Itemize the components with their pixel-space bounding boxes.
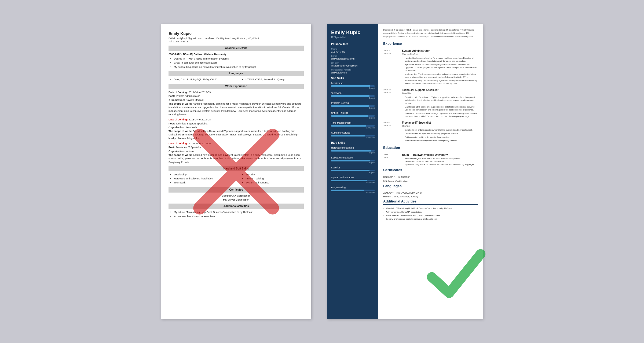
work2-org: Organization: Zero Web (169, 126, 304, 129)
linkedin-label: LinkedIn (331, 62, 375, 64)
skill-1: Leadership (174, 173, 232, 176)
certs-section: CompTIA A+ Certification MS Server Certi… (169, 194, 304, 202)
experience-header-r: Experience (383, 41, 478, 47)
skill-4: Security (246, 173, 304, 176)
exp-entry-1: 2013-07 - 2014-08 Technical Support Spec… (383, 88, 478, 118)
exp-bullets-1: Provided Help Desk-based IT phone suppor… (402, 96, 478, 118)
exp-dates-0: 2014-10 - 2017-09 (383, 49, 399, 86)
portfolio-value: emilykupic.com (331, 71, 375, 74)
skills-col-left: Leadership Hardware and software install… (169, 173, 232, 185)
exp-details-1: Technical Support Specialist Zero Web Pr… (402, 88, 478, 118)
soft-skill-name-1: Teamwork (331, 92, 375, 94)
exp-bullet: Provided Help Desk-based IT phone suppor… (405, 96, 478, 105)
personal-info-header: Personal Info (331, 43, 375, 46)
hard-skill-bar-fill-0 (331, 150, 371, 152)
hard-skill-name-1: Software Installation (331, 156, 375, 159)
edu-bullet-2: Great in computer science coursework (174, 61, 304, 64)
skills-col-right: Security Problem solving System maintena… (240, 173, 304, 185)
lang-r-1: Java, C++, PHP, MySQL, Ruby, C#, C (383, 191, 478, 195)
work-entry-1: Date of Joining: 2014-10 to 2017-09 Post… (169, 90, 304, 116)
edu-details-1: BS in IT, Baldwin Wallace University Rec… (402, 153, 474, 166)
hard-skill-bar-bg-2 (331, 170, 375, 171)
hard-skill-item-4: Programming Advanced (331, 186, 375, 193)
soft-skill-level-1: Expert (331, 97, 375, 99)
left-resume: Emily Kupic E-Mail: emilykupic@gmail.com… (161, 24, 311, 319)
exp-bullet: Built an online t-shirt ordering site fr… (405, 136, 473, 139)
skill-3: Teamwork (174, 181, 232, 184)
edu-entry-1: 2008 - 2012 BS in IT, Baldwin Wallace Un… (383, 153, 478, 166)
soft-skill-bar-bg-4 (331, 125, 375, 127)
soft-skill-bar-bg-3 (331, 115, 375, 117)
hard-skill-level-1: Expert (331, 162, 375, 164)
work1-org: Organization: Kovisto Medical (169, 98, 304, 102)
languages-grid: Java, C++, PHP, MySQL, Ruby, C#, C HTML5… (169, 78, 304, 82)
lang-col-2: HTML5, CSS3, Javascript, JQuery (240, 78, 304, 82)
act-r-1: My article, "Maximizing Help Desk Succes… (386, 207, 478, 210)
work2-date: Date of Joining: 2013-07 to 2014-08 (169, 118, 304, 121)
exp-dates-2: 2012-06 - 2013-06 (383, 121, 399, 143)
lang-1: Java, C++, PHP, MySQL, Ruby, C#, C (174, 78, 232, 81)
soft-skill-bar-fill-5 (331, 135, 365, 137)
act-r-3: My IT Podcast "Technical or Bust," has 1… (386, 214, 478, 217)
job-title-0: System Administrator (402, 49, 478, 53)
certs-header-r: Certificates (383, 168, 478, 173)
edu-date: 2008-2012 - (169, 53, 182, 56)
exp-details-2: Freelance IT Specialist Various Installe… (402, 121, 473, 143)
activities-list-left: My article, "Maximizing Help Desk Succes… (169, 210, 304, 218)
skills-columns: Leadership Hardware and software install… (169, 173, 304, 185)
hard-skill-name-2: Security (331, 166, 375, 169)
hard-skill-bar-fill-3 (331, 180, 367, 181)
company-2: Various (402, 125, 473, 128)
activities-list-r: My article, "Maximizing Help Desk Succes… (383, 207, 478, 220)
certs-list-r: CompTIA A+ Certification MS Server Certi… (383, 175, 478, 183)
hard-skill-bar-bg-3 (331, 180, 375, 181)
exp-bullets-0: Handled technology planning for a major … (402, 57, 478, 85)
soft-skill-level-5: Advanced (331, 137, 375, 139)
right-sidebar: Emily Kupic IT Specialist Personal Info … (327, 24, 378, 319)
edu-bullet-r-3: My school blog article on network archit… (405, 163, 474, 166)
email-label-r: E-mail (331, 55, 375, 57)
exp-bullet: Became a trusted resource through high-l… (405, 112, 478, 118)
work-entry-2: Date of Joining: 2013-07 to 2014-08 Post… (169, 118, 304, 140)
soft-skill-bar-bg-2 (331, 105, 375, 107)
soft-skill-bar-bg-0 (331, 85, 375, 87)
hard-skills-bars: Hardware Installation Expert Software In… (331, 146, 375, 193)
hard-skill-level-3: Advanced (331, 182, 375, 183)
email-value: emilykupic@gmail.com (177, 37, 202, 40)
exp-bullet: Handled technology planning for a major … (405, 57, 478, 62)
edu-degree-r: BS in IT, Baldwin Wallace University (402, 153, 474, 157)
exp-bullet: Built a home security system from 4 Rasp… (405, 139, 473, 142)
hard-skill-name-4: Programming (331, 186, 375, 189)
right-name: Emily Kupic (331, 29, 375, 36)
work3-date: Date of Joining: 2012-06 to 2013-06 (169, 142, 304, 145)
skills-header: Hard and Soft Skills (169, 166, 304, 171)
hard-skill-item-0: Hardware Installation Expert (331, 146, 375, 154)
edu-bullet-3: My school blog article on network archit… (174, 65, 304, 69)
left-name: Emily Kupic (169, 31, 304, 36)
exp-details-0: System Administrator Kovisto Medical Han… (402, 49, 478, 86)
edu-dates-1: 2008 - 2012 (383, 153, 399, 166)
act-r-2: Active member, CompTIA association. (386, 211, 478, 213)
lang-col-1: Java, C++, PHP, MySQL, Ruby, C#, C (169, 78, 232, 82)
exp-bullet: Spearheaded the successful companywide t… (405, 63, 478, 72)
soft-skill-bar-fill-0 (331, 85, 370, 87)
experience-list: 2014-10 - 2017-09 System Administrator K… (383, 49, 478, 143)
academic-header: Academic Details (169, 46, 304, 51)
soft-skill-level-3: Expert (331, 117, 375, 119)
right-content: Dedicated IT Specialist with 5+ years ex… (378, 24, 483, 319)
summary-text: Dedicated IT Specialist with 5+ years ex… (383, 28, 478, 38)
exp-dates-1: 2013-07 - 2014-08 (383, 88, 399, 118)
work-header: Work Experience (169, 84, 304, 89)
soft-skill-item-2: Problem Solving Expert (331, 102, 375, 109)
soft-skill-name-4: Time Management (331, 121, 375, 124)
exp-entry-0: 2014-10 - 2017-09 System Administrator K… (383, 49, 478, 86)
hard-skill-level-2: Expert (331, 172, 375, 174)
work1-post: Post: System Administrator (169, 94, 304, 98)
exp-bullet: Maintained 15% above average customer sa… (405, 105, 478, 111)
work1-scope: The scope of work: Handled technology pl… (169, 102, 304, 116)
exp-entry-2: 2012-06 - 2013-06 Freelance IT Specialis… (383, 121, 478, 143)
left-tel: Tel: 216-774-3373 (169, 40, 304, 43)
edu-bullet-r-1: Received Degree in IT with a focus in In… (405, 157, 474, 160)
company-0: Kovisto Medical (402, 53, 478, 56)
hard-skill-level-4: Advanced (331, 191, 375, 193)
